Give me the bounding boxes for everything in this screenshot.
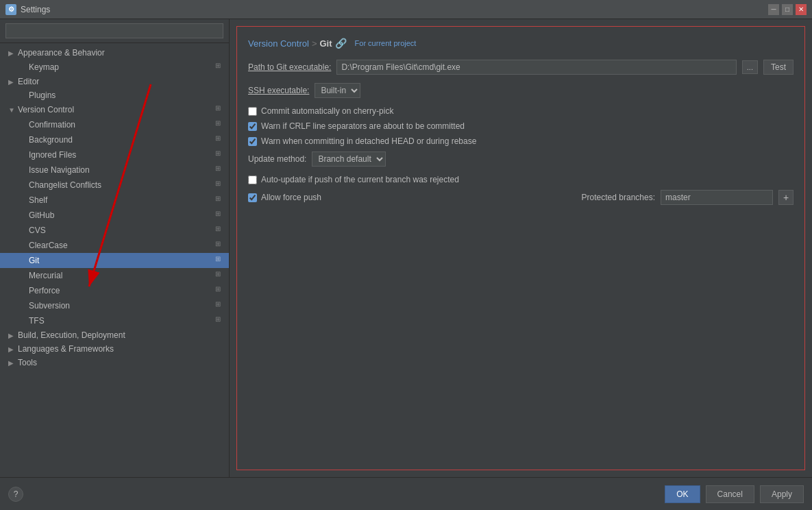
force-push-label: Allow force push (261, 193, 321, 202)
sidebar-item-label: Changelist Conflicts (29, 180, 212, 190)
settings-page-icon: ⊞ (212, 134, 223, 145)
sidebar-item-label: Perforce (29, 286, 212, 295)
sidebar-item-mercurial[interactable]: Mercurial ⊞ (0, 268, 229, 283)
search-input[interactable] (5, 23, 223, 38)
sidebar-item-build-execution[interactable]: ▶ Build, Execution, Deployment (0, 328, 229, 342)
ssh-label: SSH executable: (248, 86, 309, 95)
cancel-button[interactable]: Cancel (706, 485, 754, 503)
apply-button[interactable]: Apply (760, 485, 804, 503)
auto-update-checkbox[interactable] (248, 175, 257, 184)
settings-page-icon: ⊞ (212, 165, 223, 175)
for-project-label: For current project (355, 39, 417, 47)
window-controls: ─ □ ✕ (768, 4, 807, 15)
settings-page-icon: ⊞ (212, 255, 223, 266)
detached-head-row: Warn when committing in detached HEAD or… (248, 136, 793, 146)
sidebar-item-label: Editor (18, 77, 223, 86)
sidebar-item-label: Subversion (29, 301, 212, 311)
add-protected-branch-button[interactable]: + (778, 190, 793, 205)
search-box (0, 19, 229, 43)
breadcrumb-current: Git (319, 38, 332, 49)
content-panel: Version Control > Git 🔗 For current proj… (236, 26, 805, 470)
sidebar-item-label: Plugins (29, 90, 223, 100)
minimize-button[interactable]: ─ (768, 4, 779, 15)
cherry-pick-row: Commit automatically on cherry-pick (248, 106, 793, 116)
sidebar-item-subversion[interactable]: Subversion ⊞ (0, 298, 229, 313)
maximize-button[interactable]: □ (782, 4, 793, 15)
arrow-annotation (230, 19, 233, 328)
sidebar-item-tfs[interactable]: TFS ⊞ (0, 313, 229, 328)
sidebar-item-plugins[interactable]: Plugins (0, 88, 229, 102)
sidebar-item-shelf[interactable]: Shelf ⊞ (0, 193, 229, 208)
sidebar-item-label: Issue Navigation (29, 165, 212, 175)
git-browse-button[interactable]: ... (742, 60, 758, 74)
force-push-row: Allow force push Protected branches: + (248, 190, 793, 205)
sidebar-item-changelist-conflicts[interactable]: Changelist Conflicts ⊞ (0, 178, 229, 193)
sidebar-item-appearance[interactable]: ▶ Appearance & Behavior (0, 46, 229, 60)
protected-branches-row: Protected branches: + (582, 190, 793, 205)
force-push-checkbox[interactable] (248, 193, 257, 202)
crlf-checkbox[interactable] (248, 122, 257, 131)
crlf-row: Warn if CRLF line separators are about t… (248, 121, 793, 131)
settings-page-icon: ⊞ (212, 180, 223, 191)
sidebar-item-confirmation[interactable]: Confirmation ⊞ (0, 117, 229, 132)
sidebar-item-label: Git (29, 256, 212, 265)
ssh-executable-row: SSH executable: Built-in Native (248, 83, 793, 98)
ok-button[interactable]: OK (665, 485, 700, 503)
settings-page-icon: ⊞ (212, 119, 223, 130)
sidebar-item-editor[interactable]: ▶ Editor (0, 75, 229, 88)
sidebar-item-label: Languages & Frameworks (18, 344, 223, 354)
expand-arrow-tools: ▶ (8, 359, 18, 367)
update-method-row: Update method: Branch default Merge Reba… (248, 151, 793, 167)
project-icon: 🔗 (335, 38, 347, 49)
sidebar-item-label: Shelf (29, 195, 212, 205)
update-method-dropdown[interactable]: Branch default Merge Rebase (312, 151, 386, 167)
sidebar-item-label: Background (29, 135, 212, 145)
sidebar-item-perforce[interactable]: Perforce ⊞ (0, 283, 229, 298)
cherry-pick-checkbox[interactable] (248, 107, 257, 116)
sidebar: ▶ Appearance & Behavior Keymap ⊞ ▶ Edito… (0, 19, 230, 477)
sidebar-item-label: GitHub (29, 210, 212, 220)
sidebar-tree: ▶ Appearance & Behavior Keymap ⊞ ▶ Edito… (0, 43, 229, 477)
sidebar-item-keymap[interactable]: Keymap ⊞ (0, 60, 229, 75)
settings-page-icon: ⊞ (212, 225, 223, 236)
window-title: Settings (21, 5, 768, 14)
breadcrumb: Version Control > Git 🔗 For current proj… (248, 38, 793, 49)
sidebar-item-label: Ignored Files (29, 150, 212, 160)
sidebar-item-clearcase[interactable]: ClearCase ⊞ (0, 238, 229, 253)
breadcrumb-root[interactable]: Version Control (248, 38, 309, 49)
test-button[interactable]: Test (763, 60, 793, 75)
sidebar-item-background[interactable]: Background ⊞ (0, 132, 229, 147)
sidebar-item-git[interactable]: Git ⊞ (0, 253, 229, 268)
auto-update-label: Auto-update if push of the current branc… (261, 175, 459, 184)
sidebar-item-github[interactable]: GitHub ⊞ (0, 208, 229, 223)
sidebar-item-label: Version Control (18, 105, 212, 114)
sidebar-item-label: TFS (29, 316, 212, 326)
sidebar-item-label: Appearance & Behavior (18, 48, 223, 58)
help-button[interactable]: ? (8, 487, 23, 502)
sidebar-item-tools[interactable]: ▶ Tools (0, 356, 229, 369)
sidebar-item-label: Tools (18, 358, 223, 367)
bottom-actions: OK Cancel Apply (665, 485, 804, 503)
protected-branches-input[interactable] (661, 190, 773, 205)
sidebar-item-ignored-files[interactable]: Ignored Files ⊞ (0, 147, 229, 162)
sidebar-item-label: ClearCase (29, 241, 212, 250)
protected-branches-label: Protected branches: (582, 193, 655, 202)
crlf-label: Warn if CRLF line separators are about t… (261, 121, 465, 131)
sidebar-item-languages-frameworks[interactable]: ▶ Languages & Frameworks (0, 342, 229, 356)
detached-head-checkbox[interactable] (248, 137, 257, 146)
expand-arrow-editor: ▶ (8, 78, 18, 86)
sidebar-item-cvs[interactable]: CVS ⊞ (0, 223, 229, 238)
expand-arrow-languages: ▶ (8, 345, 18, 353)
sidebar-item-issue-navigation[interactable]: Issue Navigation ⊞ (0, 162, 229, 178)
bottom-bar: ? OK Cancel Apply (0, 477, 812, 510)
sidebar-item-version-control[interactable]: ▼ Version Control ⊞ (0, 102, 229, 117)
ssh-dropdown[interactable]: Built-in Native (315, 83, 360, 98)
git-executable-row: Path to Git executable: ... Test (248, 60, 793, 75)
git-executable-label: Path to Git executable: (248, 62, 331, 72)
close-button[interactable]: ✕ (796, 4, 807, 15)
git-executable-input[interactable] (336, 60, 736, 75)
sidebar-item-label: Mercurial (29, 271, 212, 280)
expand-arrow-build: ▶ (8, 332, 18, 339)
settings-page-icon: ⊞ (212, 62, 223, 73)
title-bar: ⚙ Settings ─ □ ✕ (0, 0, 812, 19)
